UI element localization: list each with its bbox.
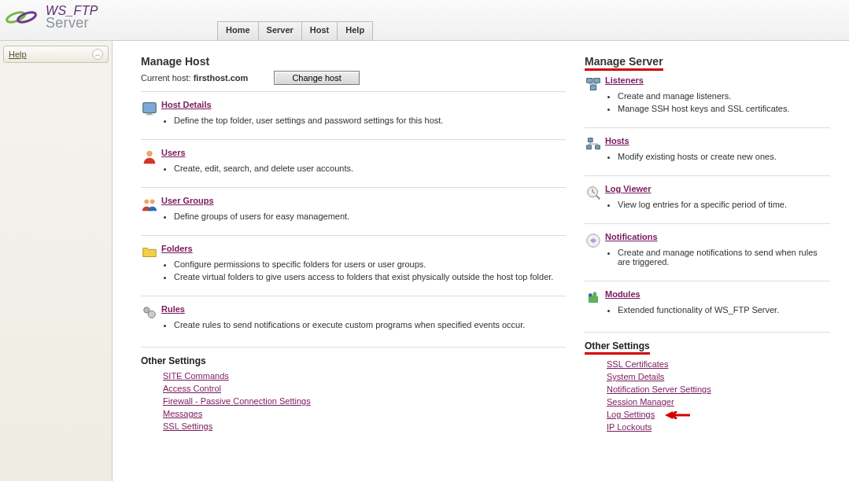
logo: WS_FTP Server bbox=[5, 3, 98, 31]
manage-host-heading: Manage Host bbox=[141, 55, 566, 68]
users-icon bbox=[141, 148, 161, 176]
svg-rect-14 bbox=[587, 145, 592, 149]
manage-server-column: Manage Server Listeners Create and manag… bbox=[585, 49, 830, 473]
host-details-link[interactable]: Host Details bbox=[161, 100, 212, 109]
user-groups-icon bbox=[141, 196, 161, 224]
svg-rect-2 bbox=[143, 103, 157, 113]
users-desc: Create, edit, search, and delete user ac… bbox=[174, 164, 566, 173]
current-host-value: firsthost.com bbox=[194, 73, 249, 83]
link-ssl-settings[interactable]: SSL Settings bbox=[163, 421, 566, 431]
top-menu: Home Server Host Help bbox=[217, 21, 372, 40]
modules-desc: Extended functionality of WS_FTP Server. bbox=[618, 305, 830, 315]
rules-desc: Create rules to send notifications or ex… bbox=[174, 320, 566, 329]
notifications-link[interactable]: Notifications bbox=[605, 232, 658, 241]
svg-point-6 bbox=[144, 199, 149, 204]
server-other-links: SSL Certificates System Details Notifica… bbox=[607, 359, 830, 432]
logo-glyph-icon bbox=[5, 3, 39, 31]
host-other-links: SITE Commands Access Control Firewall - … bbox=[163, 371, 566, 431]
manage-host-column: Manage Host Current host: firsthost.com … bbox=[141, 49, 566, 473]
svg-rect-13 bbox=[589, 138, 593, 142]
link-site-commands[interactable]: SITE Commands bbox=[163, 371, 566, 381]
logo-text-2: Server bbox=[46, 16, 98, 30]
notifications-icon bbox=[585, 232, 605, 270]
menu-host[interactable]: Host bbox=[301, 21, 338, 40]
help-panel: Help ︿ bbox=[3, 46, 109, 63]
manage-server-heading: Manage Server bbox=[585, 55, 663, 71]
svg-rect-10 bbox=[587, 79, 592, 83]
users-link[interactable]: Users bbox=[161, 148, 186, 157]
folders-desc-1: Configure permissions to specific folder… bbox=[174, 259, 566, 269]
svg-rect-4 bbox=[146, 114, 153, 115]
link-messages[interactable]: Messages bbox=[163, 409, 566, 418]
folders-link[interactable]: Folders bbox=[161, 244, 193, 253]
rules-icon bbox=[141, 304, 161, 333]
listeners-link[interactable]: Listeners bbox=[605, 75, 644, 85]
change-host-button[interactable]: Change host bbox=[274, 71, 359, 85]
link-system-details[interactable]: System Details bbox=[607, 372, 830, 381]
annotation-arrow-icon bbox=[665, 411, 690, 419]
svg-point-9 bbox=[148, 311, 155, 318]
listeners-desc-1: Create and manage listeners. bbox=[618, 91, 830, 101]
link-firewall-passive[interactable]: Firewall - Passive Connection Settings bbox=[163, 396, 566, 406]
link-log-settings[interactable]: Log Settings bbox=[607, 410, 655, 419]
link-access-control[interactable]: Access Control bbox=[163, 384, 566, 393]
user-groups-desc: Define groups of users for easy manageme… bbox=[174, 212, 566, 221]
user-groups-link[interactable]: User Groups bbox=[161, 196, 214, 205]
folders-desc-2: Create virtual folders to give users acc… bbox=[174, 272, 566, 281]
menu-home[interactable]: Home bbox=[217, 21, 259, 40]
svg-point-5 bbox=[146, 151, 152, 156]
listeners-desc-2: Manage SSH host keys and SSL certificate… bbox=[618, 104, 830, 113]
link-session-manager[interactable]: Session Manager bbox=[607, 397, 830, 407]
hosts-desc: Modify existing hosts or create new ones… bbox=[618, 152, 830, 161]
menu-help[interactable]: Help bbox=[337, 21, 373, 40]
svg-rect-11 bbox=[594, 79, 600, 83]
rules-link[interactable]: Rules bbox=[161, 304, 185, 314]
help-link[interactable]: Help bbox=[9, 50, 27, 59]
folders-icon bbox=[141, 244, 161, 285]
server-other-settings-heading: Other Settings bbox=[585, 340, 650, 355]
hosts-link[interactable]: Hosts bbox=[605, 136, 629, 145]
modules-link[interactable]: Modules bbox=[605, 289, 640, 299]
svg-rect-12 bbox=[590, 86, 596, 90]
sidebar: Help ︿ bbox=[0, 41, 113, 481]
modules-icon bbox=[585, 289, 605, 318]
log-viewer-desc: View log entries for a specific period o… bbox=[618, 200, 830, 209]
hosts-icon bbox=[585, 136, 605, 164]
svg-rect-15 bbox=[596, 145, 600, 149]
current-host-label: Current host: bbox=[141, 73, 191, 83]
notifications-desc: Create and manage notifications to send … bbox=[618, 248, 830, 267]
listeners-icon bbox=[585, 75, 605, 116]
host-other-settings-heading: Other Settings bbox=[141, 347, 566, 366]
svg-point-7 bbox=[150, 199, 155, 204]
host-details-icon bbox=[141, 100, 161, 128]
log-viewer-icon bbox=[585, 184, 605, 212]
svg-rect-3 bbox=[147, 113, 152, 115]
log-viewer-link[interactable]: Log Viewer bbox=[605, 184, 651, 193]
link-ssl-certificates[interactable]: SSL Certificates bbox=[607, 359, 830, 369]
collapse-icon[interactable]: ︿ bbox=[92, 49, 103, 60]
link-ip-lockouts[interactable]: IP Lockouts bbox=[607, 422, 830, 432]
current-host-row: Current host: firsthost.com Change host bbox=[141, 71, 566, 85]
host-details-desc: Define the top folder, user settings and… bbox=[174, 116, 566, 125]
link-notification-server-settings[interactable]: Notification Server Settings bbox=[607, 384, 830, 394]
app-header: WS_FTP Server Home Server Host Help bbox=[0, 0, 849, 41]
menu-server[interactable]: Server bbox=[258, 21, 302, 40]
